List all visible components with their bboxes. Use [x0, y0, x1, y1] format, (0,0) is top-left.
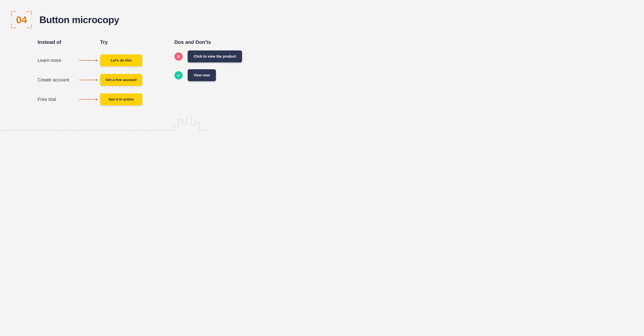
try-button[interactable]: Let's do this: [100, 54, 142, 66]
instead-text: Learn more: [38, 58, 79, 63]
section-number: 04: [16, 14, 27, 26]
column-header-instead: Instead of: [38, 39, 79, 47]
instead-text: Free trial: [38, 96, 79, 102]
do-button[interactable]: View now: [188, 69, 216, 81]
x-icon: [174, 52, 183, 61]
column-header-try: Try: [100, 39, 142, 47]
try-button[interactable]: Get a free account: [100, 74, 142, 86]
arrow-icon: [79, 59, 98, 62]
examples-table: Instead of Try Learn more Let's do this …: [38, 39, 142, 106]
column-header-dosdonts: Dos and Don'ts: [174, 39, 242, 50]
slide: 04 Button microcopy Instead of Try Learn…: [0, 0, 268, 140]
slide-content: Instead of Try Learn more Let's do this …: [38, 39, 258, 106]
arrow-icon: [79, 78, 98, 82]
dont-row: Click to view the product: [174, 50, 242, 62]
slide-title: Button microcopy: [39, 14, 119, 25]
footer-decoration: [0, 115, 211, 135]
check-icon: [174, 71, 183, 80]
arrow-icon: [79, 98, 98, 101]
section-number-frame: 04: [11, 11, 32, 29]
dos-donts-column: Dos and Don'ts Click to view the product…: [174, 39, 242, 106]
try-button[interactable]: See it in action: [100, 94, 142, 106]
dont-button[interactable]: Click to view the product: [188, 50, 242, 62]
do-row: View now: [174, 69, 242, 81]
slide-header: 04 Button microcopy: [11, 11, 119, 29]
instead-text: Create account: [38, 77, 79, 83]
